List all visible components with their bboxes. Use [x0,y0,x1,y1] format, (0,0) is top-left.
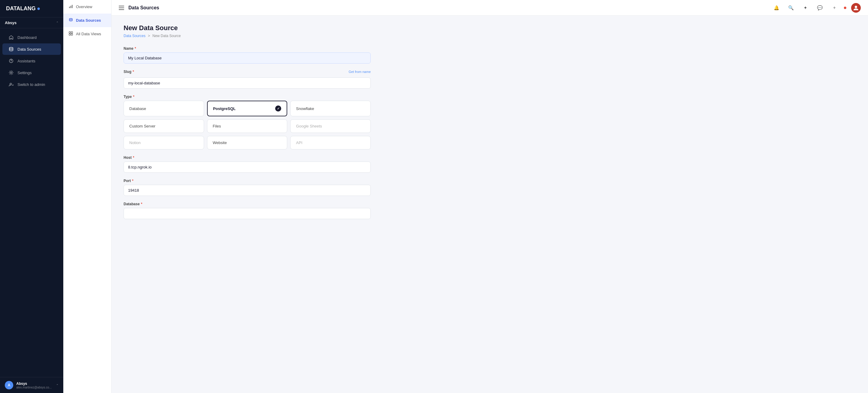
slug-field-group: Slug * Get from name [124,70,371,89]
type-label: Type * [124,95,371,99]
bar-chart-icon [69,4,73,9]
svg-rect-5 [70,6,71,8]
logo-dot [37,7,40,10]
name-label: Name * [124,47,371,51]
type-option-notion[interactable]: Notion [124,136,204,150]
workspace-selector[interactable]: Absys ⌃ [0,17,63,28]
type-option-database[interactable]: Database [124,101,204,116]
plus-icon[interactable]: ＋ [830,3,839,13]
svg-point-12 [855,6,857,8]
sidebar-item-switch-admin-label: Switch to admin [18,82,45,87]
sidebar-item-assistants[interactable]: Assistants [2,55,61,67]
breadcrumb: Data Sources > New Data Source [124,34,371,38]
user-name: Absys [16,382,52,386]
host-input[interactable] [124,161,371,173]
sidebar: DATALANG Absys ⌃ Dashboard Data Sources … [0,0,63,393]
breadcrumb-separator: > [148,34,150,38]
message-icon[interactable]: 💬 [815,3,825,13]
logo-text: DATALANG [6,5,36,12]
type-option-custom-server[interactable]: Custom Server [124,119,204,133]
breadcrumb-current: New Data Source [153,34,181,38]
database-field-group: Database * [124,202,371,219]
sidebar-item-dashboard-label: Dashboard [18,35,37,40]
port-label: Port * [124,179,371,183]
host-label: Host * [124,155,371,160]
secondary-nav-data-sources[interactable]: Data Sources [63,13,111,27]
logo: DATALANG [0,0,63,17]
user-avatar-header[interactable] [851,3,861,13]
search-icon[interactable]: 🔍 [786,3,796,13]
svg-point-3 [10,72,12,73]
secondary-sidebar: Overview Data Sources All Data Views [63,0,112,393]
check-circle-icon: ✓ [275,105,281,112]
header-right: 🔔 🔍 ✦ 💬 ＋ [772,3,861,13]
database-input[interactable] [124,208,371,219]
slug-label: Slug * [124,70,134,74]
workspace-chevron-icon: ⌃ [56,21,59,24]
bell-icon[interactable]: 🔔 [772,3,781,13]
svg-rect-8 [69,32,70,33]
user-chevron-icon: ⌃ [56,384,59,387]
type-options-grid: DatabasePostgreSQL✓SnowflakeCustom Serve… [124,101,371,150]
nav-items: Dashboard Data Sources Assistants Settin… [0,28,63,377]
breadcrumb-parent[interactable]: Data Sources [124,34,146,38]
type-option-api[interactable]: API [290,136,371,150]
sidebar-item-settings-label: Settings [18,70,32,75]
user-details: Absys alex.martinez@absys.co... [16,382,52,389]
svg-rect-11 [71,34,73,35]
workspace-name: Absys [5,21,17,25]
name-input[interactable] [124,53,371,64]
user-check-icon [8,82,14,87]
svg-rect-6 [72,5,73,8]
svg-rect-4 [69,7,70,8]
secondary-nav-all-data-views-label: All Data Views [76,32,101,36]
type-option-files[interactable]: Files [207,119,287,133]
help-circle-icon [8,58,14,64]
svg-rect-10 [69,34,70,35]
sidebar-item-data-sources[interactable]: Data Sources [2,43,61,55]
database-small-icon [69,18,73,23]
sidebar-item-switch-admin[interactable]: Switch to admin [2,79,61,90]
slug-input[interactable] [124,78,371,89]
main-content: Data Sources 🔔 🔍 ✦ 💬 ＋ New Data Source D… [112,0,868,393]
sidebar-item-assistants-label: Assistants [18,59,35,63]
settings-icon [8,70,14,75]
sidebar-footer: A Absys alex.martinez@absys.co... ⌃ [0,377,63,393]
grid-icon [69,31,73,36]
type-option-snowflake[interactable]: Snowflake [290,101,371,116]
database-icon [8,47,14,52]
svg-point-0 [9,47,13,49]
header-left: Data Sources [119,5,159,10]
port-input[interactable] [124,185,371,196]
user-avatar: A [5,381,13,389]
secondary-nav-overview[interactable]: Overview [63,0,111,13]
type-option-postgresql[interactable]: PostgreSQL✓ [207,101,287,116]
user-email: alex.martinez@absys.co... [16,386,52,389]
user-info: A Absys alex.martinez@absys.co... [5,381,52,389]
top-header: Data Sources 🔔 🔍 ✦ 💬 ＋ [112,0,868,16]
form-area: New Data Source Data Sources > New Data … [112,16,383,234]
port-field-group: Port * [124,179,371,196]
type-field-group: Type * DatabasePostgreSQL✓SnowflakeCusto… [124,95,371,150]
svg-point-7 [69,19,72,19]
hamburger-button[interactable] [119,6,124,10]
sidebar-item-dashboard[interactable]: Dashboard [2,32,61,43]
type-option-google-sheets[interactable]: Google Sheets [290,119,371,133]
sidebar-item-data-sources-label: Data Sources [18,47,41,52]
home-icon [8,35,14,40]
status-dot [844,7,846,9]
database-label: Database * [124,202,371,206]
user-avatar-initial: A [8,383,10,387]
host-field-group: Host * [124,155,371,173]
slug-label-row: Slug * Get from name [124,70,371,74]
secondary-nav-all-data-views[interactable]: All Data Views [63,27,111,41]
secondary-nav-data-sources-label: Data Sources [76,18,101,23]
header-title: Data Sources [128,5,159,10]
sparkle-icon[interactable]: ✦ [801,3,810,13]
name-field-group: Name * [124,47,371,64]
get-from-name-button[interactable]: Get from name [349,70,371,73]
type-option-website[interactable]: Website [207,136,287,150]
secondary-nav-overview-label: Overview [76,4,92,9]
sidebar-item-settings[interactable]: Settings [2,67,61,78]
page-title: New Data Source [124,24,371,32]
